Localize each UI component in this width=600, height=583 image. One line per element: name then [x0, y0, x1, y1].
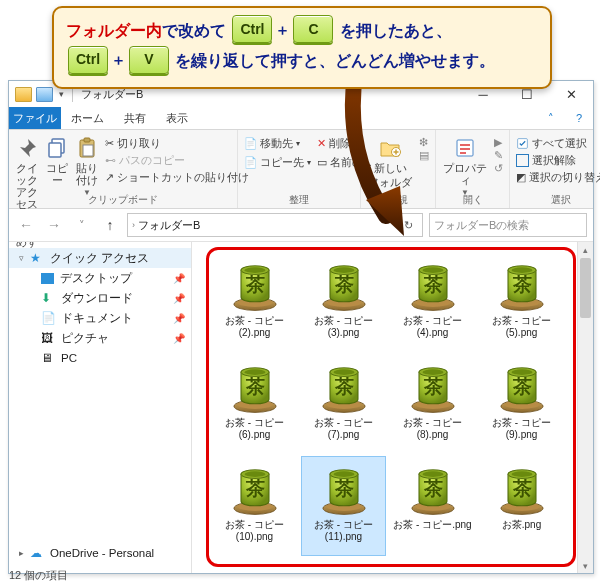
file-item[interactable]: お茶 - コピー (10).png — [212, 456, 297, 556]
tea-cup-icon — [316, 359, 372, 415]
instruction-callout: フォルダー内で改めて Ctrl＋C を押したあと、 Ctrl＋V を繰り返して押… — [52, 6, 552, 89]
open-icon[interactable]: ▶ — [494, 136, 503, 148]
search-input[interactable]: フォルダーBの検索 — [429, 213, 587, 237]
copy-to-button[interactable]: 📄コピー先▾ — [244, 155, 311, 171]
help-button[interactable]: ? — [565, 107, 593, 129]
file-item[interactable]: お茶 - コピー.png — [390, 456, 475, 556]
ribbon-collapse-button[interactable]: ˄ — [537, 107, 565, 129]
file-name-label: お茶 - コピー (11).png — [314, 519, 373, 542]
tea-cup-icon — [227, 461, 283, 517]
key-ctrl-2: Ctrl — [68, 46, 108, 74]
properties-icon — [453, 136, 477, 160]
paste-icon — [75, 136, 99, 160]
file-name-label: お茶 - コピー (10).png — [225, 519, 284, 542]
cut-icon: ✂ — [105, 136, 114, 152]
sidebar-item-quick-access[interactable]: ▿ ★ クイック アクセス — [9, 248, 191, 268]
breadcrumb[interactable]: › フォルダーB ˅ ↻ — [127, 213, 423, 237]
tea-cup-icon — [316, 257, 372, 313]
new-item-icon[interactable]: ❇ — [419, 136, 429, 148]
pin-icon: 📌 — [173, 333, 185, 344]
tea-cup-icon — [405, 359, 461, 415]
file-item[interactable]: お茶 - コピー (9).png — [479, 354, 564, 454]
group-label-clipboard: クリップボード — [15, 191, 231, 207]
chevron-down-icon: ▿ — [19, 253, 24, 263]
history-icon[interactable]: ↺ — [494, 162, 503, 174]
tab-share[interactable]: 共有 — [114, 107, 156, 129]
sidebar-item-desktop[interactable]: デスクトップ📌 — [9, 268, 191, 288]
chevron-down-icon[interactable]: ˅ — [390, 220, 395, 230]
select-all-button[interactable]: すべて選択 — [516, 136, 600, 152]
scroll-up-button[interactable]: ▴ — [578, 242, 593, 257]
paste-button[interactable]: 貼り付け ▼ — [75, 134, 99, 197]
move-to-button[interactable]: 📄移動先▾ — [244, 136, 311, 152]
sidebar-item-onedrive[interactable]: ▸ OneDrive - Personal — [9, 543, 191, 563]
properties-button[interactable]: プロパティ ▼ — [442, 134, 488, 197]
file-name-label: お茶 - コピー (9).png — [492, 417, 551, 440]
moveto-icon: 📄 — [244, 136, 257, 152]
tea-cup-icon — [494, 359, 550, 415]
explorer-body: ▿ ★ クイック アクセス デスクトップ📌 ダウンロード📌 ドキュメント📌 ピク… — [9, 242, 593, 573]
edit-icon[interactable]: ✎ — [494, 149, 503, 161]
sidebar-item-pictures[interactable]: ピクチャ📌 — [9, 328, 191, 348]
nav-up-button[interactable]: ↑ — [99, 214, 121, 236]
tea-cup-icon — [494, 461, 550, 517]
cut-button[interactable]: ✂切り取り — [105, 136, 249, 152]
vertical-scrollbar[interactable]: ▴ ▾ — [577, 242, 593, 573]
file-item[interactable]: お茶.png — [479, 456, 564, 556]
pin-icon: 📌 — [173, 273, 185, 284]
invert-selection-button[interactable]: ◩選択の切り替え — [516, 170, 600, 186]
copy-button[interactable]: コピー — [45, 134, 69, 186]
refresh-button[interactable]: ↻ — [398, 219, 418, 232]
nav-back-button[interactable]: ← — [15, 214, 37, 236]
shortcut-icon: ↗ — [105, 170, 114, 186]
path-segment[interactable]: フォルダーB — [138, 218, 200, 233]
desktop-icon — [41, 273, 54, 284]
ribbon-tabs: ファイル ホーム 共有 表示 ˄ ? — [9, 107, 593, 130]
file-list-area[interactable]: お茶 - コピー (2).pngお茶 - コピー (3).pngお茶 - コピー… — [192, 242, 593, 573]
explorer-window: ▾ フォルダーB ─ ☐ ✕ ファイル ホーム 共有 表示 ˄ ? クイック ア… — [8, 80, 594, 574]
copy-icon — [45, 136, 69, 160]
file-item[interactable]: お茶 - コピー (5).png — [479, 252, 564, 352]
star-icon: ★ — [30, 251, 44, 265]
sidebar-item-documents[interactable]: ドキュメント📌 — [9, 308, 191, 328]
easy-access-icon[interactable]: ▤ — [419, 149, 429, 161]
file-item[interactable]: お茶 - コピー (6).png — [212, 354, 297, 454]
explorer-icon — [36, 87, 53, 102]
paste-shortcut-button[interactable]: ↗ショートカットの貼り付け — [105, 170, 249, 186]
qat-chevron-icon[interactable]: ▾ — [59, 89, 64, 99]
chevron-right-icon: ▸ — [19, 548, 24, 558]
nav-forward-button[interactable]: → — [43, 214, 65, 236]
scroll-down-button[interactable]: ▾ — [578, 558, 593, 573]
select-none-button[interactable]: 選択解除 — [516, 153, 600, 169]
close-button[interactable]: ✕ — [549, 81, 593, 107]
sidebar-item-pc[interactable]: PC — [9, 348, 191, 368]
chevron-right-icon: › — [132, 220, 135, 230]
nav-recent-button[interactable]: ˅ — [71, 214, 93, 236]
file-name-label: お茶 - コピー (6).png — [225, 417, 284, 440]
invert-icon: ◩ — [516, 170, 526, 186]
file-name-label: お茶 - コピー (2).png — [225, 315, 284, 338]
tab-home[interactable]: ホーム — [61, 107, 114, 129]
address-bar: ← → ˅ ↑ › フォルダーB ˅ ↻ フォルダーBの検索 — [9, 209, 593, 242]
file-item[interactable]: お茶 - コピー (7).png — [301, 354, 386, 454]
new-folder-icon — [377, 136, 403, 160]
group-label-open: 開く — [442, 191, 503, 207]
tea-cup-icon — [405, 257, 461, 313]
file-item[interactable]: お茶 - コピー (4).png — [390, 252, 475, 352]
tab-view[interactable]: 表示 — [156, 107, 198, 129]
tab-file[interactable]: ファイル — [9, 107, 61, 129]
scroll-thumb[interactable] — [580, 258, 591, 318]
pin-icon: 📌 — [173, 313, 185, 324]
file-item[interactable]: お茶 - コピー (3).png — [301, 252, 386, 352]
sidebar-item-downloads[interactable]: ダウンロード📌 — [9, 288, 191, 308]
file-name-label: お茶 - コピー (4).png — [403, 315, 462, 338]
file-item[interactable]: お茶 - コピー (11).png — [301, 456, 386, 556]
tea-cup-icon — [316, 461, 372, 517]
pin-icon: 📌 — [173, 293, 185, 304]
tea-cup-icon — [227, 257, 283, 313]
file-item[interactable]: お茶 - コピー (2).png — [212, 252, 297, 352]
file-item[interactable]: お茶 - コピー (8).png — [390, 354, 475, 454]
navigation-pane[interactable]: ▿ ★ クイック アクセス デスクトップ📌 ダウンロード📌 ドキュメント📌 ピク… — [9, 242, 192, 573]
folder-icon — [15, 87, 32, 102]
copy-path-button[interactable]: ⊷パスのコピー — [105, 153, 249, 169]
